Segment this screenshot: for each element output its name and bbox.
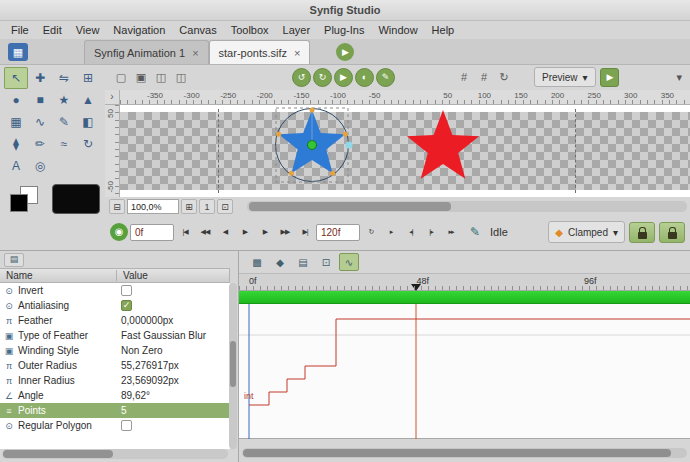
Points[interactable]: ≡ Points 5 <box>0 403 230 418</box>
play-button[interactable]: ▶ <box>236 223 254 242</box>
refresh-icon[interactable]: ↻ <box>495 68 513 86</box>
timebar-track[interactable] <box>239 291 690 304</box>
timetrack-ruler[interactable]: 0f48f96f <box>239 273 690 291</box>
scrollbar-thumb[interactable] <box>230 341 236 387</box>
loop-button[interactable]: ↻ <box>362 223 380 242</box>
canvas-hscrollbar[interactable] <box>247 201 687 212</box>
seek-end-button[interactable]: ▶| <box>296 223 314 242</box>
param-value[interactable]: 0,000000px <box>113 315 173 326</box>
play-icon[interactable]: ▶ <box>336 43 354 61</box>
params-tab-icon[interactable]: ▤ <box>4 253 24 267</box>
Winding Style[interactable]: ▣ Winding Style Non Zero <box>0 343 230 358</box>
Invert[interactable]: ⊙ Invert <box>0 283 230 298</box>
param-value[interactable]: 5 <box>113 405 127 416</box>
vertical-ruler[interactable]: 50 -50 <box>105 105 120 197</box>
toolbox-tab-icon[interactable]: ▦ <box>8 43 28 61</box>
open-file-icon[interactable]: ▣ <box>132 68 150 86</box>
upper-bound-button[interactable]: |▸ <box>422 223 440 242</box>
fill-tool[interactable]: ◧ <box>76 111 100 133</box>
param-value[interactable] <box>113 420 132 432</box>
Antialiasing[interactable]: ⊙ Antialiasing ✓ <box>0 298 230 313</box>
show-grid-icon[interactable]: # <box>455 68 473 86</box>
vertex-handle[interactable] <box>276 132 281 137</box>
zoom-100-button[interactable]: 1 <box>199 199 215 214</box>
scrollbar-thumb[interactable] <box>249 202 451 211</box>
mirror-tool[interactable]: ⇋ <box>52 67 76 89</box>
timetrack-mode-icon[interactable]: ▩ <box>247 253 267 271</box>
param-value[interactable]: 55,276917px <box>113 360 179 371</box>
Feather[interactable]: π Feather 0,000000px <box>0 313 230 328</box>
menu-item[interactable]: Toolbox <box>224 24 276 36</box>
param-checkbox[interactable] <box>121 420 132 431</box>
transform-tool[interactable]: ↖ <box>4 67 28 89</box>
time-cursor-marker[interactable] <box>411 284 421 291</box>
param-value[interactable] <box>113 285 132 297</box>
undo-icon[interactable]: ↺ <box>292 68 311 87</box>
lock-keyframes-icon[interactable]: ⊡ <box>316 253 336 271</box>
select-all-icon[interactable]: ▶ <box>334 68 353 87</box>
menu-item[interactable]: File <box>4 24 36 36</box>
seek-prev-keyframe-button[interactable]: ◀◀ <box>196 223 214 242</box>
snap-grid-icon[interactable]: # <box>475 68 493 86</box>
lock-future-keyframe-button[interactable] <box>659 222 685 243</box>
current-time-field[interactable] <box>130 224 174 241</box>
red-star-shape[interactable] <box>407 110 479 179</box>
scale-tool[interactable]: ⊞ <box>76 67 100 89</box>
prev-frame-button[interactable]: ◀ <box>216 223 234 242</box>
param-value[interactable]: 89,62° <box>113 390 150 401</box>
curves-icon[interactable]: ∿ <box>339 253 359 271</box>
param-value[interactable]: Non Zero <box>113 345 163 356</box>
rectangle-tool[interactable]: ■ <box>28 89 52 111</box>
eyedrop-tool[interactable]: ⧫ <box>4 133 28 155</box>
angle-handle[interactable] <box>346 142 353 149</box>
menu-item[interactable]: Window <box>371 24 424 36</box>
lower-bound-button[interactable]: ◂| <box>402 223 420 242</box>
Regular Polygon[interactable]: ⊙ Regular Polygon <box>0 418 230 433</box>
seek-next-keyframe-button[interactable]: ▶▶ <box>276 223 294 242</box>
keyframes-icon[interactable]: ◆ <box>270 253 290 271</box>
play-bounds-button[interactable]: ▸ <box>382 223 400 242</box>
Inner Radius[interactable]: π Inner Radius 23,569092px <box>0 373 230 388</box>
animate-mode-icon[interactable]: ✎ <box>470 225 480 239</box>
render-button[interactable]: ▶ <box>600 68 619 87</box>
param-checkbox[interactable] <box>121 285 132 296</box>
end-time-field[interactable] <box>316 224 360 241</box>
lock-past-keyframe-button[interactable] <box>629 222 655 243</box>
seek-begin-button[interactable]: |◀ <box>176 223 194 242</box>
draw-tool[interactable]: ✎ <box>52 111 76 133</box>
zoom-tool[interactable]: ◎ <box>28 155 52 177</box>
scrollbar-thumb[interactable] <box>3 450 113 458</box>
next-frame-button[interactable]: ▶ <box>256 223 274 242</box>
zoom-in-button[interactable]: ⊞ <box>181 199 197 214</box>
rotate-tool[interactable]: ↻ <box>76 133 100 155</box>
vertex-handle[interactable] <box>330 171 335 176</box>
scrollbar-thumb[interactable] <box>243 449 671 457</box>
vertex-handle[interactable] <box>289 171 294 176</box>
new-file-icon[interactable]: ▢ <box>112 68 130 86</box>
tab-star-ponts[interactable]: star-ponts.sifz × <box>209 40 311 64</box>
vertex-handle[interactable] <box>310 108 315 113</box>
toolbar-overflow-icon[interactable]: ▾ <box>676 71 682 84</box>
spline-tool[interactable]: ∿ <box>28 111 52 133</box>
Angle[interactable]: ∠ Angle 89,62° <box>0 388 230 403</box>
smooth-move-tool[interactable]: ✚ <box>28 67 52 89</box>
Type of Feather[interactable]: ▣ Type of Feather Fast Gaussian Blur <box>0 328 230 343</box>
params-view-icon[interactable]: ▤ <box>293 253 313 271</box>
canvas-viewport[interactable] <box>120 105 690 197</box>
close-icon[interactable]: × <box>294 47 300 59</box>
outline-color-swatch[interactable] <box>10 194 28 212</box>
param-checkbox[interactable]: ✓ <box>121 300 132 311</box>
vertex-handle[interactable] <box>343 132 348 137</box>
origin-handle[interactable] <box>308 141 317 150</box>
menu-item[interactable]: Navigation <box>106 24 172 36</box>
horizontal-ruler[interactable]: -350-300-250-200-150-100-505010015020025… <box>120 90 690 105</box>
param-value[interactable]: ✓ <box>113 300 132 312</box>
timetrack-hscrollbar[interactable] <box>242 448 687 458</box>
params-vscrollbar[interactable] <box>229 283 237 449</box>
zoom-fit-button[interactable]: ⊟ <box>109 199 125 214</box>
params-hscrollbar[interactable] <box>2 449 228 459</box>
star-tool[interactable]: ★ <box>52 89 76 111</box>
Outer Radius[interactable]: π Outer Radius 55,276917px <box>0 358 230 373</box>
onion-skin-icon[interactable]: ◐ <box>355 68 374 87</box>
menu-item[interactable]: Help <box>425 24 462 36</box>
